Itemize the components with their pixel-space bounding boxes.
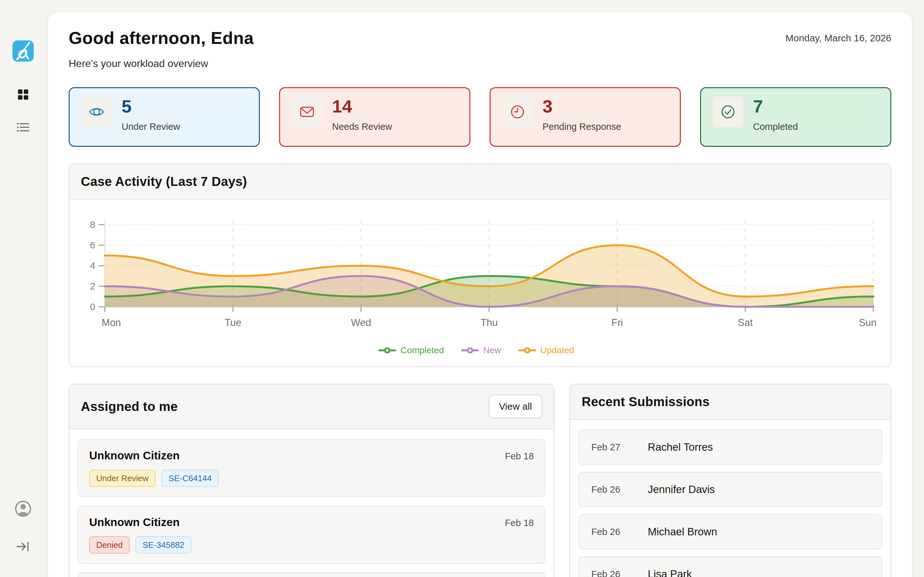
stat-card-completed[interactable]: 7 Completed	[700, 87, 891, 147]
submission-name: Jennifer Davis	[648, 484, 715, 496]
svg-text:8: 8	[90, 219, 95, 230]
submission-date: Feb 26	[591, 569, 648, 577]
stat-card-pending-response[interactable]: 3 Pending Response	[489, 87, 681, 147]
check-circle-icon	[720, 104, 736, 119]
svg-text:Sat: Sat	[738, 317, 753, 328]
case-date: Feb 18	[505, 451, 534, 462]
logo-a-icon	[13, 40, 34, 61]
sidebar-item-dashboard[interactable]	[11, 82, 36, 107]
recent-submissions-panel: Recent Submissions Feb 27 Rachel Torres …	[569, 384, 891, 577]
svg-text:Tue: Tue	[225, 317, 241, 328]
recent-submission-item[interactable]: Feb 26 Lisa Park	[578, 556, 882, 577]
stat-value: 3	[543, 97, 621, 116]
case-activity-header: Case Activity (Last 7 Days)	[69, 164, 891, 200]
page-title: Good afternoon, Edna	[69, 27, 254, 48]
svg-text:Mon: Mon	[102, 317, 121, 328]
svg-text:Wed: Wed	[351, 317, 371, 328]
svg-text:0: 0	[90, 301, 95, 312]
legend-label: Completed	[401, 345, 444, 356]
submission-date: Feb 26	[591, 527, 648, 537]
app-logo[interactable]	[13, 40, 34, 61]
mail-icon	[299, 104, 315, 119]
case-name: Unknown Citizen	[89, 516, 180, 529]
list-icon	[17, 121, 29, 133]
stat-label: Completed	[753, 121, 798, 132]
recent-submission-item[interactable]: Feb 27 Rachel Torres	[578, 430, 882, 465]
recent-submissions-header: Recent Submissions	[570, 384, 891, 420]
stat-value: 14	[332, 97, 392, 116]
stat-value: 5	[121, 97, 180, 116]
svg-text:2: 2	[90, 281, 95, 292]
assigned-header: Assigned to me View all	[69, 384, 554, 429]
clock-icon	[510, 104, 525, 119]
assigned-title: Assigned to me	[81, 400, 178, 414]
sidebar	[0, 0, 48, 577]
submission-name: Lisa Park	[648, 568, 692, 577]
stat-card-needs-review[interactable]: 14 Needs Review	[279, 87, 470, 147]
view-all-button[interactable]: View all	[489, 395, 542, 418]
case-activity-chart: 02468MonTueWedThuFriSatSun Completed New…	[69, 200, 891, 366]
assigned-case-item[interactable]: Mike Schuck Feb 24 Approved SE-R1A075	[78, 572, 545, 577]
stat-label: Under Review	[121, 121, 180, 132]
stat-icon-chip	[292, 97, 322, 127]
submission-date: Feb 26	[591, 484, 648, 495]
grid-icon	[18, 89, 29, 100]
legend-marker-icon	[519, 348, 536, 353]
sidebar-item-logout[interactable]	[15, 538, 32, 555]
page-header: Good afternoon, Edna Here's your workloa…	[69, 27, 891, 71]
legend-item-new[interactable]: New	[461, 345, 501, 356]
main-panel: Good afternoon, Edna Here's your workloa…	[48, 12, 912, 577]
submission-name: Michael Brown	[648, 526, 717, 538]
stat-icon-chip	[81, 97, 112, 127]
svg-text:Fri: Fri	[612, 317, 623, 328]
case-name: Unknown Citizen	[89, 449, 180, 462]
user-avatar-icon	[15, 500, 31, 517]
sidebar-item-list[interactable]	[15, 119, 31, 135]
current-date: Monday, March 16, 2026	[785, 33, 891, 44]
stat-card-under-review[interactable]: 5 Under Review	[69, 87, 260, 147]
case-activity-panel: Case Activity (Last 7 Days) 02468MonTueW…	[69, 163, 891, 367]
recent-submission-item[interactable]: Feb 26 Jennifer Davis	[578, 472, 882, 507]
assigned-case-item[interactable]: Unknown Citizen Feb 18 Under Review SE-C…	[78, 439, 545, 497]
submission-name: Rachel Torres	[648, 441, 713, 453]
assigned-panel: Assigned to me View all Unknown Citizen …	[69, 384, 554, 577]
legend-marker-icon	[461, 348, 479, 353]
case-activity-title: Case Activity (Last 7 Days)	[81, 174, 247, 189]
recent-submissions-list: Feb 27 Rachel Torres Feb 26 Jennifer Dav…	[570, 420, 891, 577]
logout-arrow-icon	[16, 540, 30, 553]
chart-legend: Completed New Updated	[74, 345, 879, 356]
sidebar-item-profile[interactable]	[9, 495, 37, 522]
status-badge: Denied	[89, 536, 129, 554]
legend-marker-icon	[379, 348, 396, 353]
page-subtitle: Here's your workload overview	[69, 56, 254, 71]
legend-label: New	[483, 345, 501, 356]
stat-cards-row: 5 Under Review 14 Needs Review 3 Pending…	[69, 87, 891, 147]
svg-text:4: 4	[90, 260, 95, 271]
legend-item-completed[interactable]: Completed	[379, 345, 444, 356]
legend-item-updated[interactable]: Updated	[519, 345, 574, 356]
area-chart: 02468MonTueWedThuFriSatSun	[74, 214, 879, 342]
case-id-badge: SE-345882	[136, 536, 191, 554]
stat-label: Pending Response	[543, 121, 621, 132]
recent-submissions-title: Recent Submissions	[582, 395, 710, 409]
assigned-list: Unknown Citizen Feb 18 Under Review SE-C…	[69, 429, 554, 577]
case-id-badge: SE-C64144	[162, 470, 218, 487]
status-badge: Under Review	[89, 470, 156, 487]
svg-text:6: 6	[90, 240, 95, 250]
stat-label: Needs Review	[332, 121, 392, 132]
eye-icon	[89, 104, 104, 119]
submission-date: Feb 27	[591, 442, 648, 453]
stat-icon-chip	[712, 97, 743, 127]
bottom-row: Assigned to me View all Unknown Citizen …	[69, 384, 891, 577]
assigned-case-item[interactable]: Unknown Citizen Feb 18 Denied SE-345882	[78, 506, 545, 564]
stat-value: 7	[753, 97, 798, 116]
svg-text:Thu: Thu	[481, 317, 498, 328]
case-date: Feb 18	[505, 518, 534, 528]
stat-icon-chip	[502, 97, 533, 127]
legend-label: Updated	[540, 345, 574, 356]
svg-text:Sun: Sun	[859, 317, 877, 328]
recent-submission-item[interactable]: Feb 26 Michael Brown	[578, 514, 882, 550]
